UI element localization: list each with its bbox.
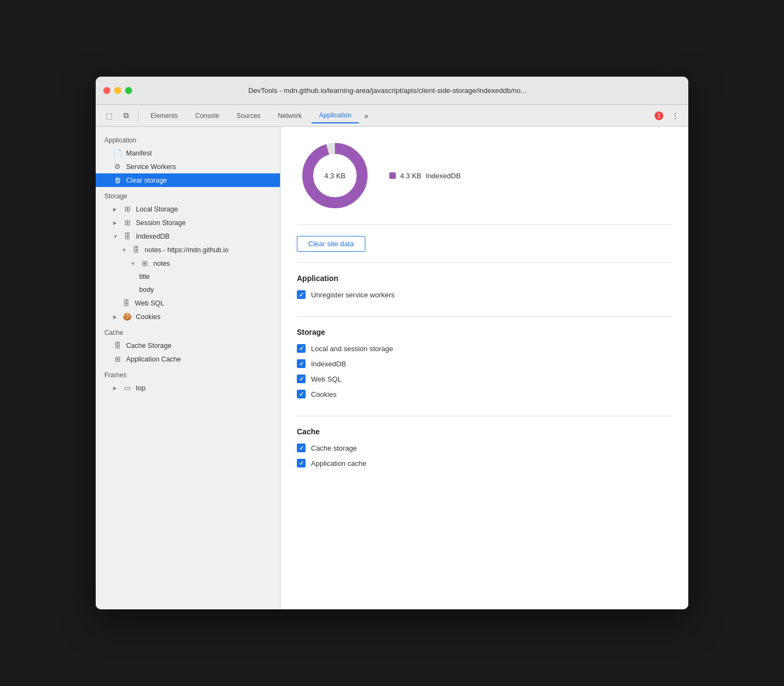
sidebar-item-service-workers[interactable]: ⚙ Service Workers xyxy=(96,160,280,173)
clear-site-data-button[interactable]: Clear site data xyxy=(297,236,365,252)
grid-icon: ⊞ xyxy=(123,219,132,227)
main-content: Application 📄 Manifest ⚙ Service Workers… xyxy=(96,127,688,609)
sidebar-section-frames: Frames xyxy=(96,366,280,381)
arrow-icon: ▼ xyxy=(113,234,119,239)
arrow-icon: ▶ xyxy=(113,385,119,391)
arrow-icon: ▶ xyxy=(113,314,119,320)
sidebar-item-label: Manifest xyxy=(126,149,152,157)
donut-center-label: 4.3 KB xyxy=(324,172,345,180)
sidebar-item-label: Cookies xyxy=(136,313,160,321)
sidebar-section-storage: Storage xyxy=(96,187,280,202)
sidebar-item-cookies[interactable]: ▶ 🍪 Cookies xyxy=(96,310,280,323)
tab-application[interactable]: Application xyxy=(312,108,359,123)
checkbox-label: Web SQL xyxy=(311,375,341,383)
checkbox-cookies[interactable]: Cookies xyxy=(297,390,672,398)
sidebar-item-indexeddb[interactable]: ▼ 🗄 IndexedDB xyxy=(96,229,280,243)
more-tabs-button[interactable]: » xyxy=(361,110,372,121)
sidebar-item-cache-storage[interactable]: 🗄 Cache Storage xyxy=(96,339,280,352)
sidebar-item-notes-table[interactable]: ▼ ⊞ notes xyxy=(96,257,280,270)
application-section-title: Application xyxy=(297,274,672,283)
checkbox-icon[interactable] xyxy=(297,344,306,353)
settings-icon[interactable]: ⋮ xyxy=(668,108,683,123)
error-indicator[interactable]: 1 xyxy=(655,111,663,120)
checkbox-local-session-storage[interactable]: Local and session storage xyxy=(297,344,672,353)
sidebar-item-label: Application Cache xyxy=(126,356,181,363)
title-bar: DevTools - mdn.github.io/learning-area/j… xyxy=(96,77,688,105)
arrow-icon: ▼ xyxy=(130,261,136,266)
sidebar-item-label: title xyxy=(139,273,150,280)
sidebar-section-cache: Cache xyxy=(96,323,280,339)
checkbox-unregister-service-workers[interactable]: Unregister service workers xyxy=(297,290,672,299)
cache-section: Cache Cache storage Application cache xyxy=(297,427,672,485)
sidebar-section-application: Application xyxy=(96,131,280,146)
donut-chart: 4.3 KB xyxy=(297,138,373,214)
checkbox-icon[interactable] xyxy=(297,359,306,368)
checkbox-icon[interactable] xyxy=(297,290,306,299)
select-element-icon[interactable]: ⬚ xyxy=(101,108,116,123)
database-icon: 🗄 xyxy=(123,232,132,240)
grid-icon: ⊞ xyxy=(113,355,122,363)
legend-size: 4.3 KB xyxy=(400,172,421,180)
trash-icon: 🗑 xyxy=(113,176,122,184)
checkbox-icon[interactable] xyxy=(297,459,306,467)
checkbox-label: Cookies xyxy=(311,390,337,398)
sidebar-item-session-storage[interactable]: ▶ ⊞ Session Storage xyxy=(96,216,280,229)
sidebar-item-label: Service Workers xyxy=(126,163,176,171)
toolbar: ⬚ ⧉ Elements Console Sources Network App… xyxy=(96,105,688,127)
toolbar-right: 1 ⋮ xyxy=(655,108,683,123)
tab-sources[interactable]: Sources xyxy=(229,108,268,123)
sidebar-item-label: notes - https://mdn.github.io xyxy=(145,246,228,254)
storage-section: Storage Local and session storage Indexe… xyxy=(297,328,672,416)
tab-console[interactable]: Console xyxy=(188,108,227,123)
manifest-icon: 📄 xyxy=(113,149,122,157)
sidebar-item-title-field[interactable]: title xyxy=(96,270,280,283)
checkbox-icon[interactable] xyxy=(297,444,306,452)
sidebar-item-manifest[interactable]: 📄 Manifest xyxy=(96,146,280,160)
arrow-icon: ▶ xyxy=(113,220,119,226)
device-mode-icon[interactable]: ⧉ xyxy=(119,108,134,123)
grid-icon: ⊞ xyxy=(140,259,149,267)
sidebar-item-label: Clear storage xyxy=(126,177,167,184)
content-panel: 4.3 KB 4.3 KB IndexedDB Clear site data … xyxy=(281,127,688,609)
frame-icon: ▭ xyxy=(123,384,132,392)
sidebar: Application 📄 Manifest ⚙ Service Workers… xyxy=(96,127,281,609)
sidebar-item-label: notes xyxy=(153,260,170,267)
clear-btn-section: Clear site data xyxy=(297,236,672,263)
application-section: Application Unregister service workers xyxy=(297,274,672,317)
chart-section: 4.3 KB 4.3 KB IndexedDB xyxy=(297,138,672,225)
sidebar-item-notes-db[interactable]: ▼ 🗄 notes - https://mdn.github.io xyxy=(96,243,280,257)
checkbox-icon[interactable] xyxy=(297,390,306,398)
checkbox-label: Application cache xyxy=(311,459,366,467)
checkbox-icon[interactable] xyxy=(297,375,306,383)
checkbox-web-sql[interactable]: Web SQL xyxy=(297,375,672,383)
sidebar-item-clear-storage[interactable]: 🗑 Clear storage xyxy=(96,173,280,187)
sidebar-item-local-storage[interactable]: ▶ ⊞ Local Storage xyxy=(96,202,280,216)
tab-elements[interactable]: Elements xyxy=(143,108,185,123)
sidebar-item-label: Session Storage xyxy=(136,219,186,227)
sidebar-item-label: IndexedDB xyxy=(136,233,170,240)
sidebar-item-body-field[interactable]: body xyxy=(96,283,280,296)
devtools-window: DevTools - mdn.github.io/learning-area/j… xyxy=(96,77,688,609)
cookie-icon: 🍪 xyxy=(123,313,132,321)
sidebar-item-label: Local Storage xyxy=(136,205,178,213)
grid-icon: ⊞ xyxy=(123,205,132,213)
sidebar-item-application-cache[interactable]: ⊞ Application Cache xyxy=(96,352,280,366)
sidebar-item-label: body xyxy=(139,286,154,294)
checkbox-label: Local and session storage xyxy=(311,345,393,353)
checkbox-label: Unregister service workers xyxy=(311,291,395,299)
checkbox-application-cache[interactable]: Application cache xyxy=(297,459,672,467)
sidebar-item-web-sql[interactable]: 🗄 Web SQL xyxy=(96,296,280,310)
sidebar-item-label: Web SQL xyxy=(135,300,164,307)
legend-color-indexeddb xyxy=(389,172,396,179)
toolbar-divider xyxy=(138,110,139,121)
checkbox-cache-storage[interactable]: Cache storage xyxy=(297,444,672,452)
tab-network[interactable]: Network xyxy=(270,108,309,123)
sidebar-item-top-frame[interactable]: ▶ ▭ top xyxy=(96,381,280,395)
gear-icon: ⚙ xyxy=(113,163,122,171)
arrow-icon: ▼ xyxy=(122,247,127,253)
sidebar-item-label: top xyxy=(136,384,145,392)
database-icon: 🗄 xyxy=(132,246,140,254)
storage-section-title: Storage xyxy=(297,328,672,336)
checkbox-label: IndexedDB xyxy=(311,360,346,368)
checkbox-indexeddb[interactable]: IndexedDB xyxy=(297,359,672,368)
